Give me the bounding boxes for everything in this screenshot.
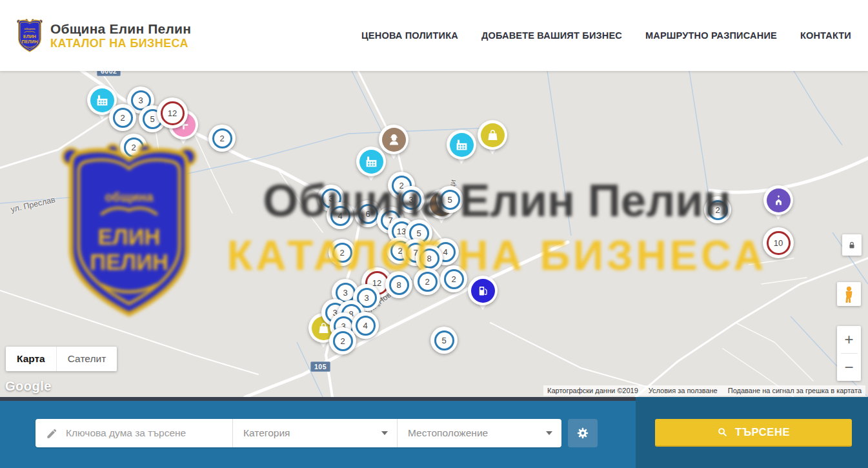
- cluster-marker[interactable]: 3: [398, 186, 425, 213]
- nav-add-business[interactable]: ДОБАВЕТЕ ВАШИЯТ БИЗНЕС: [481, 30, 622, 41]
- cluster-marker[interactable]: 4: [352, 312, 379, 339]
- cluster-ring: 10: [767, 231, 791, 255]
- cluster-marker[interactable]: 5: [430, 327, 458, 354]
- site-title: Община Елин Пелин: [50, 21, 191, 37]
- pin-inner-circle: [481, 123, 505, 147]
- category-select[interactable]: Категория: [232, 419, 397, 447]
- cluster-ring: 8: [389, 275, 409, 295]
- keyword-search-input[interactable]: [65, 427, 232, 440]
- cluster-ring: 2: [332, 243, 352, 263]
- brand[interactable]: община ЕЛИН ПЕЛИН Община Елин Пелин КАТА…: [15, 17, 191, 54]
- cluster-marker[interactable]: 5: [436, 186, 463, 213]
- map-canvas[interactable]: ул. Преславбул. „Новоселцици6002105 2325…: [0, 71, 868, 397]
- pin-disc: [356, 147, 386, 176]
- cluster-marker[interactable]: 12: [157, 97, 188, 128]
- advanced-search-button[interactable]: [568, 419, 598, 447]
- cluster-ring: 5: [440, 190, 460, 210]
- cluster-marker[interactable]: 2: [440, 265, 467, 292]
- cluster-ring: 2: [333, 331, 353, 351]
- factory-icon: [96, 94, 109, 107]
- attribution-report-error-link[interactable]: Подаване на сигнал за грешка в картата: [728, 387, 862, 394]
- cluster-ring: 12: [161, 101, 185, 125]
- cluster-count: 2: [340, 336, 345, 346]
- map-type-map-button[interactable]: Карта: [6, 347, 56, 371]
- cluster-count: 5: [416, 229, 421, 238]
- zoom-out-button[interactable]: −: [837, 354, 861, 381]
- cluster-marker[interactable]: 8: [385, 271, 412, 298]
- zoom-control: + −: [837, 326, 861, 381]
- page: община ЕЛИН ПЕЛИН Община Елин Пелин КАТА…: [0, 0, 868, 468]
- main-nav: ЦЕНОВА ПОЛИТИКА ДОБАВЕТЕ ВАШИЯТ БИЗНЕС М…: [361, 30, 851, 41]
- cluster-count: 2: [425, 277, 429, 287]
- factory-marker-pin[interactable]: [447, 130, 476, 168]
- map-type-satellite-button[interactable]: Сателит: [56, 347, 117, 371]
- cluster-count: 3: [138, 96, 143, 105]
- header: община ЕЛИН ПЕЛИН Община Елин Пелин КАТА…: [0, 0, 868, 71]
- cluster-marker[interactable]: 2: [329, 327, 356, 354]
- search-group: Категория Местоположение: [35, 419, 561, 447]
- markers-layer: 23251222233546713522748128223338342510: [0, 71, 868, 397]
- nav-contacts[interactable]: КОНТАКТИ: [800, 30, 851, 41]
- cluster-marker[interactable]: 2: [704, 196, 731, 223]
- church-icon: [772, 194, 785, 207]
- nav-route-schedule[interactable]: МАРШРУТНО РАЗПИСАНИЕ: [645, 30, 777, 41]
- cluster-ring: 3: [401, 190, 421, 210]
- cluster-marker[interactable]: 2: [208, 125, 236, 152]
- cluster-count: 10: [774, 238, 783, 248]
- shopping-bag-icon: [486, 128, 500, 142]
- pin-disc: [763, 185, 793, 215]
- cluster-count: 2: [219, 134, 224, 143]
- pin-inner-circle: [450, 133, 474, 157]
- cluster-count: 5: [447, 195, 452, 205]
- cluster-count: 8: [396, 280, 401, 290]
- cluster-ring: 4: [356, 316, 376, 336]
- cluster-count: 2: [120, 113, 125, 123]
- zoom-in-button[interactable]: +: [837, 326, 861, 353]
- pin-inner-circle: [471, 279, 495, 303]
- cluster-count: 2: [715, 205, 720, 215]
- cluster-ring: 6: [358, 204, 378, 224]
- cluster-count: 2: [339, 248, 344, 258]
- cluster-marker[interactable]: 4: [327, 202, 354, 229]
- attribution-terms-link[interactable]: Условия за ползване: [649, 387, 718, 394]
- cluster-count: 3: [328, 194, 333, 203]
- factory-marker-pin[interactable]: [356, 147, 386, 185]
- attribution-copyright: Картографски данни ©2019: [547, 387, 638, 394]
- cluster-count: 3: [343, 288, 347, 298]
- cluster-marker[interactable]: 2: [414, 268, 441, 295]
- cluster-count: 12: [168, 108, 177, 118]
- fuel-icon: [476, 284, 490, 298]
- search-submit-button[interactable]: ТЪРСЕНЕ: [655, 419, 852, 447]
- nav-pricing-policy[interactable]: ЦЕНОВА ПОЛИТИКА: [361, 30, 458, 41]
- google-logo[interactable]: Google: [5, 379, 52, 394]
- cluster-count: 3: [364, 293, 368, 303]
- factory-icon: [365, 155, 378, 168]
- search-icon: [717, 427, 728, 438]
- factory-icon: [455, 138, 469, 152]
- location-select[interactable]: Местоположение: [397, 419, 561, 447]
- shopping-bag-marker-pin[interactable]: [478, 120, 507, 159]
- pencil-icon: [46, 427, 58, 440]
- cluster-ring: 2: [418, 272, 438, 292]
- cluster-marker[interactable]: 2: [120, 134, 147, 161]
- crest-name-2: ПЕЛИН: [22, 39, 38, 43]
- street-view-pegman-button[interactable]: [837, 282, 861, 306]
- cluster-count: 4: [363, 321, 367, 331]
- cluster-marker[interactable]: 2: [109, 104, 136, 131]
- search-bar: Категория Местоположение: [0, 397, 868, 468]
- lock-button[interactable]: [842, 234, 862, 256]
- worker-icon: [387, 133, 401, 147]
- cluster-count: 5: [441, 336, 446, 345]
- pin-inner-circle: [359, 150, 383, 174]
- cluster-ring: 2: [212, 128, 232, 148]
- cluster-ring: 2: [124, 137, 144, 158]
- pin-inner-circle: [767, 188, 791, 212]
- cluster-marker[interactable]: 2: [328, 239, 356, 266]
- cluster-count: 8: [427, 254, 431, 263]
- church-marker-pin[interactable]: [763, 185, 793, 224]
- pin-disc: [447, 130, 476, 159]
- fuel-marker-pin[interactable]: [468, 276, 498, 314]
- cluster-marker[interactable]: 10: [763, 227, 794, 258]
- pegman-icon: [840, 285, 858, 303]
- cluster-count: 4: [443, 247, 447, 257]
